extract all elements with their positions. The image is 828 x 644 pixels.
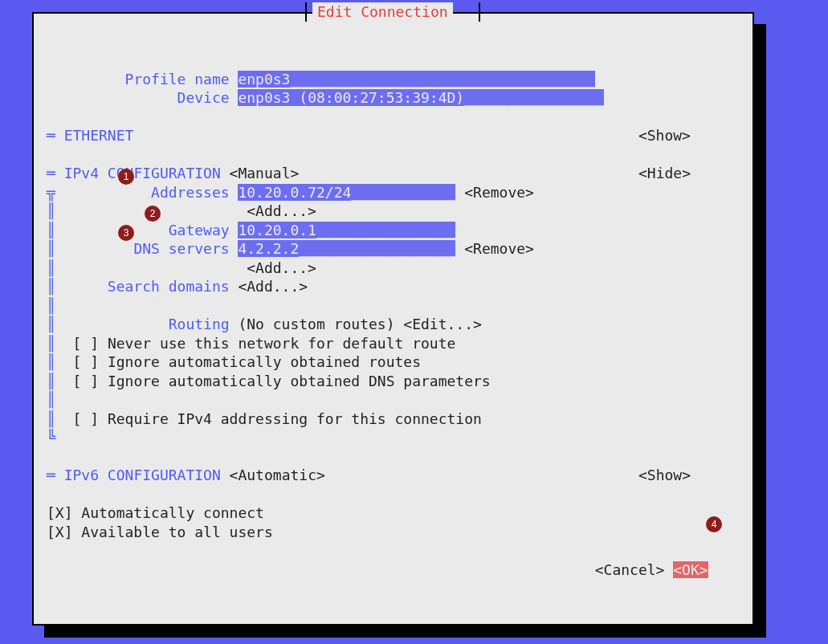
routing-label: Routing: [169, 316, 230, 332]
device-input[interactable]: enp0s3 (08:00:27:53:39:4D)______________…: [238, 89, 603, 106]
dns-label: DNS servers: [133, 240, 229, 257]
ipv6-mode-select[interactable]: <Automatic>: [230, 467, 325, 483]
ipv6-section[interactable]: ═ IPv6 CONFIGURATION: [47, 467, 221, 483]
addresses-add-button[interactable]: <Add...>: [247, 202, 316, 219]
addresses-label: Addresses: [151, 184, 230, 201]
auto-connect-checkbox[interactable]: [X] Automatically connect: [47, 504, 264, 521]
addresses-remove-button[interactable]: <Remove>: [464, 184, 534, 201]
dns-add-button[interactable]: <Add...>: [247, 259, 316, 276]
ethernet-section[interactable]: ═ ETHERNET: [47, 127, 133, 144]
routing-status: (No custom routes): [238, 316, 394, 332]
device-label: Device: [47, 89, 238, 106]
edit-connection-window: Edit Connection Profile name enp0s3_____…: [32, 12, 754, 626]
ignore-auto-routes-checkbox[interactable]: [ ] Ignore automatically obtained routes: [73, 353, 421, 370]
ipv4-tree: ╦ Addresses: [47, 184, 238, 201]
require-ipv4-checkbox[interactable]: [ ] Require IPv4 addressing for this con…: [73, 410, 482, 427]
profile-name-label: Profile name: [47, 71, 238, 88]
ipv4-hide-button[interactable]: <Hide>: [638, 165, 691, 181]
window-content: Profile name enp0s3_____________________…: [34, 14, 753, 579]
window-title: Edit Connection: [312, 2, 453, 22]
dns-remove-button[interactable]: <Remove>: [464, 240, 534, 257]
ipv4-mode-select[interactable]: <Manual>: [230, 165, 300, 181]
gateway-label: Gateway: [169, 222, 230, 238]
ethernet-show-button[interactable]: <Show>: [638, 127, 691, 144]
cancel-button[interactable]: <Cancel>: [595, 561, 665, 578]
gateway-input[interactable]: 10.20.0.1________________: [238, 222, 455, 238]
annotation-badge-3: 3: [118, 225, 134, 241]
annotation-badge-1: 1: [118, 169, 134, 185]
ipv6-show-button[interactable]: <Show>: [638, 467, 691, 483]
available-all-users-checkbox[interactable]: [X] Available to all users: [47, 524, 273, 540]
ok-button[interactable]: <OK>: [673, 561, 708, 578]
routing-edit-button[interactable]: <Edit...>: [403, 316, 482, 332]
search-domains-label: Search domains: [108, 278, 230, 295]
annotation-badge-4: 4: [706, 516, 722, 532]
never-default-route-checkbox[interactable]: [ ] Never use this network for default r…: [73, 335, 456, 352]
dns-input[interactable]: 4.2.2.2__________________: [238, 240, 455, 257]
profile-name-input[interactable]: enp0s3__________________________________…: [238, 71, 594, 88]
ignore-auto-dns-checkbox[interactable]: [ ] Ignore automatically obtained DNS pa…: [73, 373, 491, 389]
search-domains-add-button[interactable]: <Add...>: [238, 278, 308, 295]
addresses-input[interactable]: 10.20.0.72/24____________: [238, 184, 455, 201]
annotation-badge-2: 2: [145, 206, 161, 222]
